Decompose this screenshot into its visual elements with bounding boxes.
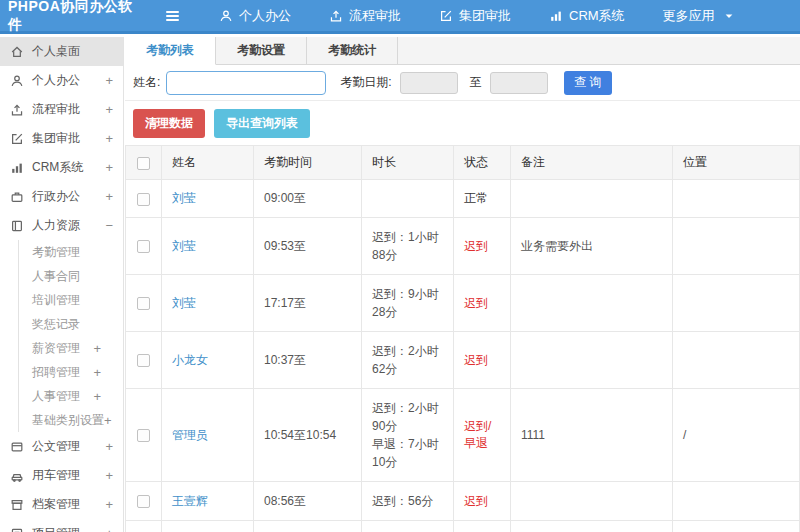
expand-toggle[interactable]: + [93,389,113,404]
sidebar-item-label: 公文管理 [32,438,80,455]
duration-line1: 迟到：1小时88分 [372,228,443,264]
date-from-input[interactable] [400,72,458,94]
status-cell: 迟到 [454,332,511,389]
expand-toggle[interactable]: + [105,73,113,88]
sidebar-item[interactable]: 人事合同 [0,264,123,288]
sidebar-item[interactable]: 人力资源 − [0,211,123,240]
expand-toggle[interactable]: + [105,160,113,175]
expand-toggle[interactable]: + [93,365,113,380]
export-list-button[interactable]: 导出查询列表 [214,109,310,138]
duration-cell: 迟到：5小时33分 早退：4小时67分 [362,521,454,532]
date-to-separator: 至 [470,74,482,91]
sidebar-item[interactable]: 培训管理 [0,288,123,312]
row-checkbox[interactable] [137,240,150,253]
row-checkbox[interactable] [137,297,150,310]
header-duration: 时长 [362,146,454,180]
tab[interactable]: 考勤设置 [216,37,307,64]
name-input[interactable] [166,71,326,95]
sidebar-item-label: 用车管理 [32,467,80,484]
employee-name-link[interactable]: 刘莹 [172,296,196,310]
menu-icon[interactable] [166,11,179,21]
topnav-item[interactable]: 更多应用 [663,7,735,25]
topnav-item[interactable]: 流程审批 [329,7,401,25]
clean-data-button[interactable]: 清理数据 [133,109,205,138]
sidebar-item[interactable]: 公文管理 + [0,432,123,461]
employee-name-link[interactable]: 刘莹 [172,239,196,253]
header-location: 位置 [673,146,800,180]
table-header-row: 姓名 考勤时间 时长 状态 备注 位置 [126,146,800,180]
sidebar-item[interactable]: 人事管理 + [0,384,123,408]
select-all-checkbox[interactable] [137,157,150,170]
project-icon [10,527,24,532]
name-label: 姓名: [133,74,160,91]
attendance-time: 13:20至13:20 [254,521,362,532]
sidebar-item[interactable]: 考勤管理 [0,240,123,264]
duration-line2: 早退：7小时10分 [372,435,443,471]
topnav-item[interactable]: CRM系统 [549,7,625,25]
edit-icon [10,132,24,146]
employee-name-link[interactable]: 王壹辉 [172,494,208,508]
employee-name-link[interactable]: 管理员 [172,428,208,442]
employee-name-link[interactable]: 小龙女 [172,353,208,367]
date-label: 考勤日期: [340,74,391,91]
sidebar-item[interactable]: 流程审批 + [0,95,123,124]
expand-toggle[interactable]: − [105,218,113,233]
row-checkbox[interactable] [137,193,150,206]
expand-toggle[interactable]: + [105,102,113,117]
doc-icon [10,440,24,454]
header-status: 状态 [454,146,511,180]
sidebar-item-label: 招聘管理 [32,364,80,381]
sidebar-item-label: CRM系统 [32,159,83,176]
query-button[interactable]: 查 询 [564,71,612,95]
sidebar-item[interactable]: CRM系统 + [0,153,123,182]
sidebar-item[interactable]: 用车管理 + [0,461,123,490]
expand-toggle[interactable]: + [105,439,113,454]
tab-label: 考勤列表 [146,43,194,57]
topnav-item-label: CRM系统 [569,7,625,25]
table-row: 刘莹 09:53至 迟到：1小时88分 迟到 业务需要外出 [126,218,800,275]
sidebar-item-label: 人事管理 [32,388,80,405]
expand-toggle[interactable]: + [105,497,113,512]
topnav-item[interactable]: 个人办公 [219,7,291,25]
row-checkbox[interactable] [137,495,150,508]
topnav-item[interactable]: 集团审批 [439,7,511,25]
sidebar-item[interactable]: 奖惩记录 [0,312,123,336]
row-checkbox[interactable] [137,429,150,442]
sidebar-item[interactable]: 项目管理 + [0,519,123,532]
expand-toggle[interactable]: + [93,341,113,356]
sidebar-item[interactable]: 行政办公 + [0,182,123,211]
chart-icon [549,9,563,23]
duration-cell: 迟到：56分 [362,482,454,521]
top-navigation: 个人办公 流程审批 集团审批 CRM系统 [219,7,735,25]
sidebar-item[interactable]: 个人办公 + [0,66,123,95]
tab[interactable]: 考勤列表 [125,37,216,65]
sidebar-item[interactable]: 基础类别设置 + [0,408,123,432]
expand-toggle[interactable]: + [105,468,113,483]
sidebar-item[interactable]: 薪资管理 + [0,336,123,360]
archive-icon [10,498,24,512]
date-to-input[interactable] [490,72,548,94]
employee-name-link[interactable]: 刘莹 [172,191,196,205]
app-header: PHPOA协同办公软件 个人办公 流程审批 集团审批 [0,0,800,34]
row-checkbox[interactable] [137,354,150,367]
app-logo: PHPOA协同办公软件 [0,0,138,34]
sidebar-item[interactable]: 集团审批 + [0,124,123,153]
sidebar-item[interactable]: 个人桌面 [0,37,123,66]
expand-toggle[interactable]: + [105,526,113,532]
duration-cell: 迟到：2小时90分 早退：7小时10分 [362,389,454,482]
expand-toggle[interactable]: + [104,413,124,428]
expand-toggle[interactable]: + [105,131,113,146]
topnav-item-label: 个人办公 [239,7,291,25]
expand-toggle[interactable]: + [105,189,113,204]
sidebar-item-label: 集团审批 [32,130,80,147]
attendance-time: 17:17至 [254,275,362,332]
sidebar-item[interactable]: 招聘管理 + [0,360,123,384]
attendance-time: 10:54至10:54 [254,389,362,482]
tab[interactable]: 考勤统计 [307,37,398,64]
remark-cell [511,275,673,332]
location-cell: / [673,521,800,532]
sidebar-item[interactable]: 档案管理 + [0,490,123,519]
table-row: 黄蓉 13:20至13:20 迟到：5小时33分 早退：4小时67分 迟到/早退… [126,521,800,532]
location-cell: / [673,389,800,482]
sidebar-item-label: 培训管理 [32,292,80,309]
